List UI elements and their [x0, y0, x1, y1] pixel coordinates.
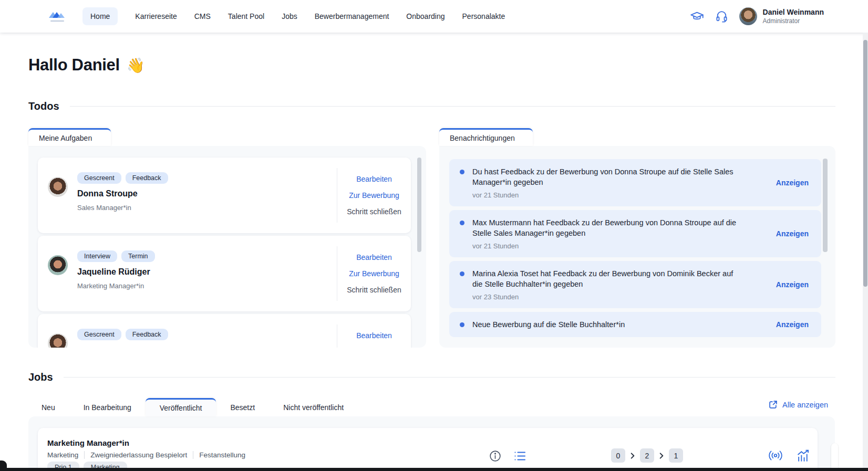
status-badge: Feedback	[126, 329, 168, 340]
user-name: Daniel Weinmann	[763, 8, 824, 17]
task-card[interactable]: Gescreent Feedback Bearbeiten Zur Bewerb…	[38, 314, 411, 348]
task-actions: Bearbeiten Zur Bewerbung Schritt schließ…	[337, 168, 411, 223]
unread-dot	[460, 322, 464, 327]
anzeigen-link[interactable]: Anzeigen	[776, 280, 809, 289]
list-icon[interactable]	[514, 451, 526, 462]
unread-dot	[460, 170, 464, 174]
notification-time: vor 21 Stunden	[472, 191, 738, 199]
candidate-position: Marketing Manager*in	[77, 282, 155, 290]
user-role: Administrator	[763, 17, 824, 25]
jobs-list-panel: Marketing Manager*in Marketing Zweignied…	[28, 416, 835, 471]
statistics-chart-icon[interactable]	[797, 449, 811, 462]
job-meta: Marketing Zweigniederlassung Bespielort …	[47, 451, 245, 459]
bearbeiten-link[interactable]: Bearbeiten	[356, 331, 392, 340]
notification-text: Du hast Feedback zu der Bewerbung von Do…	[472, 166, 738, 187]
pipeline-stage-count[interactable]: 2	[640, 448, 654, 463]
notification-item[interactable]: Du hast Feedback zu der Bewerbung von Do…	[449, 159, 821, 206]
notification-text: Marina Alexia Toset hat Feedback zu der …	[472, 268, 738, 289]
bottom-window-edge	[0, 468, 868, 471]
app-logo[interactable]	[48, 11, 66, 22]
jobs-tab-veroeffentlicht[interactable]: Veröffentlicht	[146, 398, 216, 416]
bearbeiten-link[interactable]: Bearbeiten	[356, 253, 392, 261]
jobs-tab-neu[interactable]: Neu	[28, 398, 69, 416]
job-publishing-actions	[768, 449, 811, 462]
jobs-tab-besetzt[interactable]: Besetzt	[216, 398, 269, 416]
job-employment-type: Festanstellung	[193, 451, 245, 459]
schritt-schliessen-link[interactable]: Schritt schließen	[347, 286, 401, 294]
tab-meine-aufgaben[interactable]: Meine Aufgaben	[28, 128, 111, 146]
tab-label: Benachrichtigungen	[450, 134, 515, 142]
nav-item-cms[interactable]: CMS	[194, 7, 211, 25]
anzeigen-link[interactable]: Anzeigen	[776, 179, 809, 187]
waving-hand-emoji: 👋	[127, 57, 145, 74]
broadcast-icon[interactable]	[768, 450, 783, 461]
notification-item[interactable]: Neue Bewerbung auf die Stelle Buchhalter…	[449, 312, 821, 337]
zur-bewerbung-link[interactable]: Zur Bewerbung	[349, 269, 399, 278]
section-divider	[64, 377, 835, 378]
notification-item[interactable]: Max Mustermann hat Feedback zu der Bewer…	[449, 210, 821, 257]
jobs-status-tabs: Neu In Bearbeitung Veröffentlicht Besetz…	[28, 398, 358, 416]
notification-item[interactable]: Marina Alexia Toset hat Feedback zu der …	[449, 261, 821, 308]
greeting-heading: Hallo Daniel 👋	[28, 56, 144, 75]
job-location: Zweigniederlassung Bespielort	[84, 451, 187, 459]
notification-time: vor 21 Stunden	[472, 242, 738, 250]
nav-item-karriereseite[interactable]: Karriereseite	[135, 7, 177, 25]
job-card[interactable]: Marketing Manager*in Marketing Zweignied…	[38, 428, 818, 471]
jobs-tab-in-bearbeitung[interactable]: In Bearbeitung	[69, 398, 146, 416]
jobs-section-header: Jobs	[28, 371, 835, 383]
jobs-tab-nicht-veroeffentlicht[interactable]: Nicht veröffentlicht	[269, 398, 358, 416]
task-summary: Gescreent Feedback	[38, 314, 337, 348]
nav-item-talent-pool[interactable]: Talent Pool	[228, 7, 264, 25]
nav-item-personalakte[interactable]: Personalakte	[462, 7, 505, 25]
task-actions: Bearbeiten Zur Bewerbung Schritt schließ…	[337, 325, 411, 348]
user-menu[interactable]: Daniel Weinmann Administrator	[739, 7, 824, 25]
job-department: Marketing	[47, 451, 78, 459]
status-badge: Gescreent	[77, 329, 121, 340]
candidate-avatar	[48, 177, 68, 197]
user-identity: Daniel Weinmann Administrator	[763, 8, 824, 25]
status-badge: Gescreent	[77, 172, 121, 184]
nav-item-home[interactable]: Home	[82, 7, 118, 25]
notification-time: vor 23 Stunden	[472, 293, 738, 301]
candidate-position: Sales Manager*in	[77, 204, 168, 212]
mountain-logo-icon	[48, 11, 66, 19]
bottom-window-corner	[0, 460, 7, 468]
schritt-schliessen-link[interactable]: Schritt schließen	[347, 207, 401, 216]
info-icon[interactable]	[489, 449, 502, 463]
task-summary: Gescreent Feedback Donna Stroupe Sales M…	[38, 158, 337, 233]
page-scrollbar-thumb[interactable]	[863, 40, 867, 287]
job-quick-actions	[489, 449, 526, 463]
jobs-heading: Jobs	[28, 371, 53, 383]
bearbeiten-link[interactable]: Bearbeiten	[356, 175, 392, 183]
pipeline-stage-count[interactable]: 1	[669, 448, 683, 463]
anzeigen-link[interactable]: Anzeigen	[776, 229, 809, 238]
todos-heading: Todos	[28, 100, 59, 112]
alle-anzeigen-link[interactable]: Alle anzeigen	[769, 400, 828, 409]
notification-text: Neue Bewerbung auf die Stelle Buchhalter…	[472, 319, 738, 330]
header-right-group: Daniel Weinmann Administrator	[690, 7, 824, 25]
zur-bewerbung-link[interactable]: Zur Bewerbung	[349, 191, 399, 200]
nav-item-jobs[interactable]: Jobs	[282, 7, 297, 25]
notifications-panel: Du hast Feedback zu der Bewerbung von Do…	[439, 146, 835, 348]
jobs-scrollbar[interactable]	[831, 443, 838, 471]
tab-benachrichtigungen[interactable]: Benachrichtigungen	[439, 128, 533, 146]
chevron-right-icon	[659, 452, 664, 459]
nav-item-bewerbermanagement[interactable]: Bewerbermanagement	[315, 7, 389, 25]
notification-text: Max Mustermann hat Feedback zu der Bewer…	[472, 217, 738, 238]
support-headset-icon[interactable]	[715, 10, 728, 23]
tasks-scrollbar[interactable]	[417, 158, 421, 252]
job-title: Marketing Manager*in	[47, 438, 129, 447]
job-pipeline-counts: 0 2 1	[611, 448, 683, 463]
anzeigen-link[interactable]: Anzeigen	[776, 320, 809, 329]
top-navigation-bar: Home Karriereseite CMS Talent Pool Jobs …	[0, 0, 868, 33]
task-card[interactable]: Gescreent Feedback Donna Stroupe Sales M…	[38, 158, 411, 233]
pipeline-stage-count[interactable]: 0	[611, 448, 625, 463]
task-summary: Interview Termin Jaqueline Rüdiger Marke…	[38, 236, 337, 311]
nav-item-onboarding[interactable]: Onboarding	[406, 7, 445, 25]
unread-dot	[460, 271, 464, 276]
candidate-avatar	[48, 255, 68, 275]
alle-anzeigen-label: Alle anzeigen	[782, 401, 828, 409]
academy-graduation-cap-icon[interactable]	[690, 11, 704, 23]
notifications-scrollbar[interactable]	[823, 159, 828, 252]
task-card[interactable]: Interview Termin Jaqueline Rüdiger Marke…	[38, 236, 411, 311]
